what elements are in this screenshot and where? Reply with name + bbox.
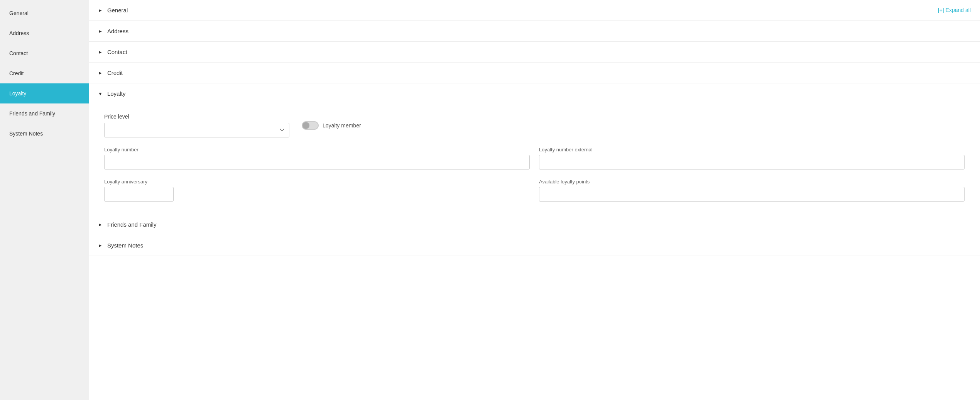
toggle-knob	[302, 122, 309, 129]
arrow-right-icon: ►	[98, 29, 103, 34]
loyalty-number-label: Loyalty number	[104, 147, 530, 153]
price-level-field: Price level	[104, 114, 289, 137]
loyalty-member-toggle[interactable]: Loyalty member	[302, 121, 361, 130]
section-header-friends-and-family[interactable]: ► Friends and Family	[89, 214, 980, 235]
loyalty-anniversary-row: Loyalty anniversary Available loyalty po…	[104, 179, 965, 202]
sidebar: General Address Contact Credit Loyalty F…	[0, 0, 89, 400]
sidebar-item-friends-and-family[interactable]: Friends and Family	[0, 103, 89, 124]
loyalty-member-switch[interactable]	[302, 121, 319, 130]
loyalty-anniversary-input[interactable]	[104, 187, 174, 202]
section-header-loyalty[interactable]: ▼ Loyalty	[89, 83, 980, 104]
loyalty-number-field: Loyalty number	[104, 147, 530, 169]
loyalty-number-external-label: Loyalty number external	[539, 147, 965, 153]
available-loyalty-points-label: Available loyalty points	[539, 179, 965, 185]
section-header-contact[interactable]: ► Contact	[89, 42, 980, 63]
arrow-right-icon: ►	[98, 222, 103, 227]
sidebar-item-system-notes[interactable]: System Notes	[0, 124, 89, 144]
sidebar-item-contact[interactable]: Contact	[0, 43, 89, 63]
price-level-label: Price level	[104, 114, 289, 120]
arrow-right-icon: ►	[98, 243, 103, 248]
sidebar-item-loyalty[interactable]: Loyalty	[0, 83, 89, 103]
loyalty-number-row: Loyalty number Loyalty number external	[104, 147, 965, 169]
section-header-system-notes[interactable]: ► System Notes	[89, 235, 980, 256]
section-header-credit[interactable]: ► Credit	[89, 63, 980, 83]
loyalty-number-input[interactable]	[104, 155, 530, 169]
loyalty-anniversary-label: Loyalty anniversary	[104, 179, 530, 185]
price-level-row: Price level Loyalty member	[104, 114, 965, 137]
loyalty-section-body: Price level Loyalty member Loyalty numbe…	[89, 104, 980, 214]
price-level-select[interactable]	[104, 123, 289, 137]
section-header-address[interactable]: ► Address	[89, 21, 980, 42]
loyalty-member-label: Loyalty member	[323, 122, 361, 129]
available-loyalty-points-input[interactable]: 0	[539, 187, 965, 202]
sidebar-item-general[interactable]: General	[0, 3, 89, 23]
loyalty-number-external-input[interactable]	[539, 155, 965, 169]
loyalty-number-external-field: Loyalty number external	[539, 147, 965, 169]
available-loyalty-points-field: Available loyalty points 0	[539, 179, 965, 202]
section-header-general[interactable]: ► General	[89, 0, 980, 21]
arrow-right-icon: ►	[98, 70, 103, 76]
sidebar-item-credit[interactable]: Credit	[0, 63, 89, 83]
arrow-right-icon: ►	[98, 8, 103, 13]
expand-all-button[interactable]: [+] Expand all	[938, 7, 971, 13]
loyalty-anniversary-field: Loyalty anniversary	[104, 179, 530, 202]
sidebar-item-address[interactable]: Address	[0, 23, 89, 43]
main-content: [+] Expand all ► General ► Address ► Con…	[89, 0, 980, 400]
arrow-right-icon: ►	[98, 49, 103, 55]
arrow-down-icon: ▼	[98, 91, 103, 97]
